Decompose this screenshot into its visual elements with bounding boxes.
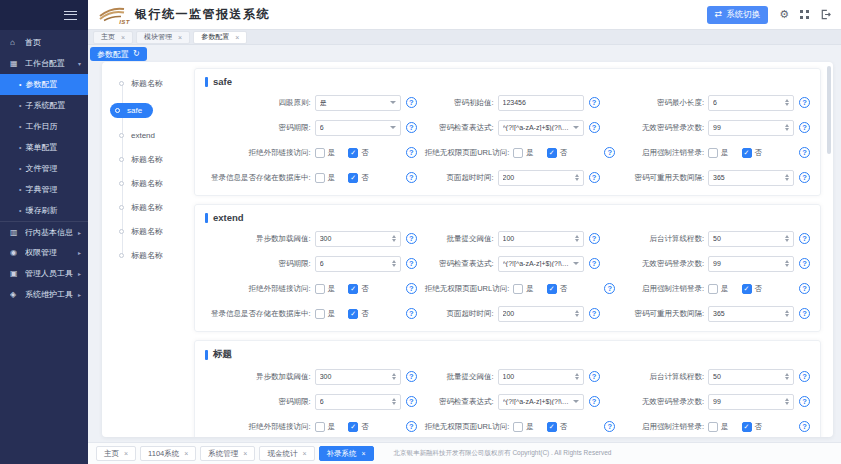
sidebar-item-param-config[interactable]: •参数配置	[0, 74, 88, 95]
anchor-item-2[interactable]: extend	[112, 128, 155, 143]
number-input[interactable]: 365	[708, 170, 794, 186]
help-icon[interactable]: ?	[799, 97, 810, 108]
help-icon[interactable]: ?	[406, 172, 417, 183]
number-input[interactable]: 200	[498, 170, 584, 186]
help-icon[interactable]: ?	[406, 371, 417, 382]
text-input[interactable]: 123456	[498, 95, 584, 111]
sidebar-item-system-maintenance-tools[interactable]: ◈系统维护工具▸	[0, 284, 88, 305]
spinner-icon[interactable]	[392, 373, 396, 381]
number-input[interactable]: 100	[498, 369, 584, 385]
number-input[interactable]: 6	[315, 256, 401, 272]
select-input[interactable]: ^(?![^a-zA-z]+$)(?!\D+$)[0-9A-Z...	[498, 394, 584, 410]
anchor-item-5[interactable]: 标题名称	[112, 200, 163, 215]
select-input[interactable]: ^(?![^a-zA-z]+$)(?!\D+$)[0-9A-Z...	[498, 256, 584, 272]
checkbox-no[interactable]: ✓	[348, 309, 358, 319]
spinner-icon[interactable]	[575, 310, 579, 318]
select-input[interactable]: ^(?![^a-zA-z]+$)(?!\D+$)[0-9A-Z...	[498, 120, 584, 136]
help-icon[interactable]: ?	[406, 421, 417, 432]
spinner-icon[interactable]	[785, 398, 789, 406]
logout-icon[interactable]	[820, 9, 831, 20]
sidebar-item-permission-management[interactable]: ◉权限管理▸	[0, 242, 88, 263]
spinner-icon[interactable]	[785, 124, 789, 132]
help-icon[interactable]: ?	[799, 308, 810, 319]
close-icon[interactable]: ×	[362, 450, 366, 457]
checkbox-no[interactable]: ✓	[348, 148, 358, 158]
bottom-tab-system-management[interactable]: 系统管理×	[200, 446, 255, 461]
checkbox-yes[interactable]	[708, 422, 718, 432]
checkbox-yes[interactable]	[513, 148, 523, 158]
sidebar-item-dict-management[interactable]: •字典管理	[0, 179, 88, 200]
spinner-icon[interactable]	[392, 398, 396, 406]
anchor-item-3[interactable]: 标题名称	[112, 152, 163, 167]
select-input[interactable]: 是	[315, 95, 401, 111]
number-input[interactable]: 50	[708, 369, 794, 385]
close-icon[interactable]: ×	[184, 450, 188, 457]
anchor-item-7[interactable]: 标题名称	[112, 248, 163, 263]
bottom-tab-system-1104[interactable]: 1104系统×	[140, 446, 196, 461]
sidebar-item-workbench-config[interactable]: ▦工作台配置▾	[0, 53, 88, 74]
help-icon[interactable]: ?	[589, 396, 600, 407]
spinner-icon[interactable]	[575, 174, 579, 182]
spinner-icon[interactable]	[785, 310, 789, 318]
bottom-tab-supplement-system[interactable]: 补录系统×	[319, 446, 374, 461]
anchor-item-1[interactable]: safe	[110, 103, 153, 118]
number-input[interactable]: 300	[315, 369, 401, 385]
sidebar-item-work-calendar[interactable]: •工作日历	[0, 116, 88, 137]
help-icon[interactable]: ?	[799, 172, 810, 183]
close-icon[interactable]: ×	[124, 450, 128, 457]
bottom-tab-home[interactable]: 主页×	[96, 446, 136, 461]
anchor-item-0[interactable]: 标题名称	[112, 76, 163, 91]
checkbox-no[interactable]: ✓	[742, 148, 752, 158]
checkbox-no[interactable]: ✓	[742, 284, 752, 294]
help-icon[interactable]: ?	[406, 97, 417, 108]
help-icon[interactable]: ?	[406, 122, 417, 133]
bottom-tab-cash-statistics[interactable]: 现金统计×	[259, 446, 314, 461]
sidebar-item-subsystem-config[interactable]: •子系统配置	[0, 95, 88, 116]
checkbox-no[interactable]: ✓	[742, 422, 752, 432]
apps-grid-icon[interactable]	[800, 10, 809, 19]
checkbox-yes[interactable]	[315, 173, 325, 183]
sidebar-item-home[interactable]: ⌂首页	[0, 32, 88, 53]
help-icon[interactable]: ?	[406, 283, 417, 294]
help-icon[interactable]: ?	[799, 421, 810, 432]
tab-module-management[interactable]: 模块管理×	[136, 31, 190, 44]
help-icon[interactable]: ?	[799, 283, 810, 294]
hamburger-menu-icon[interactable]	[64, 11, 77, 20]
close-icon[interactable]: ×	[302, 450, 306, 457]
number-input[interactable]: 99	[708, 394, 794, 410]
help-icon[interactable]: ?	[589, 233, 600, 244]
anchor-item-4[interactable]: 标题名称	[112, 176, 163, 191]
checkbox-no[interactable]: ✓	[348, 173, 358, 183]
sidebar-item-file-management[interactable]: •文件管理	[0, 158, 88, 179]
checkbox-no[interactable]: ✓	[348, 422, 358, 432]
sidebar-item-bank-basic-info[interactable]: ▥行内基本信息▸	[0, 221, 88, 242]
tab-home[interactable]: 主页×	[93, 31, 133, 44]
spinner-icon[interactable]	[785, 99, 789, 107]
spinner-icon[interactable]	[785, 235, 789, 243]
tab-param-config[interactable]: 参数配置×	[193, 31, 247, 44]
help-icon[interactable]: ?	[406, 308, 417, 319]
number-input[interactable]: 99	[708, 120, 794, 136]
help-icon[interactable]: ?	[589, 97, 600, 108]
sidebar-item-admin-tools[interactable]: ▣管理人员工具▸	[0, 263, 88, 284]
spinner-icon[interactable]	[575, 373, 579, 381]
checkbox-yes[interactable]	[315, 284, 325, 294]
spinner-icon[interactable]	[392, 235, 396, 243]
spinner-icon[interactable]	[392, 260, 396, 268]
help-icon[interactable]: ?	[406, 233, 417, 244]
help-icon[interactable]: ?	[406, 258, 417, 269]
refresh-icon[interactable]: ↻	[133, 50, 140, 58]
number-input[interactable]: 300	[315, 231, 401, 247]
number-input[interactable]: 50	[708, 231, 794, 247]
checkbox-no[interactable]: ✓	[547, 422, 557, 432]
anchor-item-6[interactable]: 标题名称	[112, 224, 163, 239]
help-icon[interactable]: ?	[406, 147, 417, 158]
checkbox-yes[interactable]	[708, 284, 718, 294]
checkbox-yes[interactable]	[513, 422, 523, 432]
help-icon[interactable]: ?	[406, 396, 417, 407]
help-icon[interactable]: ?	[589, 122, 600, 133]
checkbox-yes[interactable]	[315, 422, 325, 432]
number-input[interactable]: 365	[708, 306, 794, 322]
checkbox-no[interactable]: ✓	[547, 284, 557, 294]
spinner-icon[interactable]	[785, 373, 789, 381]
